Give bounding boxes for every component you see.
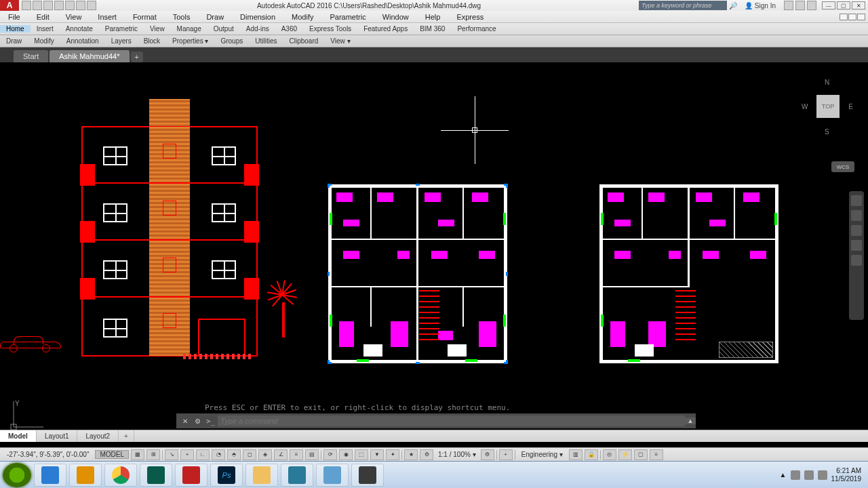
a360-icon[interactable] — [795, 1, 805, 10]
tab-a360[interactable]: A360 — [275, 25, 303, 33]
panel-modify[interactable]: Modify — [28, 37, 60, 45]
taskbar-app[interactable] — [351, 464, 384, 487]
tab-featured-apps[interactable]: Featured Apps — [357, 25, 414, 33]
tab-insert[interactable]: Insert — [31, 25, 60, 33]
qat-new-icon[interactable] — [22, 1, 31, 10]
menu-draw[interactable]: Draw — [198, 13, 232, 21]
lineweight-icon[interactable]: ≡ — [290, 449, 303, 460]
grid-toggle-icon[interactable]: ▦ — [131, 449, 144, 460]
taskbar-revit[interactable] — [281, 464, 313, 487]
tray-action-center-icon[interactable] — [791, 470, 800, 480]
new-tab-button[interactable]: + — [131, 52, 143, 62]
cmdline-close-icon[interactable]: ✕ — [180, 416, 190, 426]
menu-insert[interactable]: Insert — [90, 13, 125, 21]
annotation-scale[interactable]: 1:1 / 100% ▾ — [435, 451, 479, 458]
transparency-icon[interactable]: ▤ — [305, 449, 319, 460]
panel-layers[interactable]: Layers — [105, 37, 138, 45]
tab-active-doc[interactable]: Ashik Mahmud44* — [50, 50, 129, 62]
viewcube-north[interactable]: N — [825, 79, 829, 86]
tab-manage[interactable]: Manage — [171, 25, 208, 33]
doc-close-icon[interactable] — [857, 14, 865, 20]
taskbar-chrome[interactable] — [104, 464, 137, 487]
system-clock[interactable]: 6:21 AM 11/5/2019 — [831, 467, 862, 483]
taskbar-autocad[interactable] — [175, 464, 208, 487]
panel-draw[interactable]: Draw — [0, 37, 28, 45]
isodraft-icon[interactable]: ⬘ — [227, 449, 241, 460]
menu-format[interactable]: Format — [125, 13, 165, 21]
qat-save-icon[interactable] — [43, 1, 53, 10]
tray-show-hidden-icon[interactable]: ▲ — [780, 471, 787, 479]
signin-button[interactable]: 👤 Sign In — [739, 2, 781, 9]
tab-annotate[interactable]: Annotate — [60, 25, 99, 33]
qat-open-icon[interactable] — [33, 1, 42, 10]
maximize-button[interactable]: ▢ — [837, 1, 850, 9]
exchange-icon[interactable] — [784, 1, 793, 10]
dynamic-input-icon[interactable]: + — [180, 449, 194, 460]
annotation-visibility-icon[interactable]: ★ — [404, 449, 418, 460]
osnap-toggle-icon[interactable]: ◻ — [243, 449, 256, 460]
layout-2[interactable]: Layout2 — [77, 430, 119, 442]
hardware-accel-icon[interactable]: ⚡ — [618, 449, 632, 460]
selection-cycling-icon[interactable]: ⟳ — [323, 449, 337, 460]
tab-start[interactable]: Start — [14, 50, 48, 62]
command-input[interactable] — [218, 415, 685, 426]
panel-clipboard[interactable]: Clipboard — [283, 37, 324, 45]
doc-restore-icon[interactable] — [848, 14, 856, 20]
panel-groups[interactable]: Groups — [214, 37, 249, 45]
tab-express-tools[interactable]: Express Tools — [303, 25, 357, 33]
qat-print-icon[interactable] — [65, 1, 75, 10]
gizmo-icon[interactable]: ✦ — [386, 449, 399, 460]
menu-tools[interactable]: Tools — [165, 13, 199, 21]
layout-add-button[interactable]: + — [119, 430, 134, 442]
menu-express[interactable]: Express — [448, 13, 492, 21]
taskbar-photos[interactable] — [316, 464, 349, 487]
help-icon[interactable] — [807, 1, 816, 10]
nav-wheel-icon[interactable] — [851, 195, 862, 206]
panel-annotation[interactable]: Annotation — [60, 37, 105, 45]
taskbar-ie[interactable] — [34, 464, 66, 487]
lock-ui-icon[interactable]: 🔒 — [585, 449, 598, 460]
close-button[interactable]: ✕ — [852, 1, 865, 9]
tab-view[interactable]: View — [144, 25, 171, 33]
dynucs-icon[interactable]: ⬚ — [355, 449, 368, 460]
qat-undo-icon[interactable] — [76, 1, 85, 10]
viewcube-south[interactable]: S — [825, 128, 829, 136]
tab-parametric[interactable]: Parametric — [99, 25, 144, 33]
doc-minimize-icon[interactable] — [840, 14, 848, 20]
wcs-badge[interactable]: WCS — [831, 161, 854, 172]
viewcube-east[interactable]: E — [848, 103, 853, 110]
tray-volume-icon[interactable] — [818, 470, 827, 480]
customization-icon[interactable]: ≡ — [650, 449, 663, 460]
3dosnap-icon[interactable]: ◈ — [258, 449, 272, 460]
qat-saveas-icon[interactable] — [54, 1, 64, 10]
tab-bim360[interactable]: BIM 360 — [414, 25, 451, 33]
nav-zoom-icon[interactable] — [851, 225, 862, 236]
panel-utilities[interactable]: Utilities — [249, 37, 283, 45]
menu-modify[interactable]: Modify — [283, 13, 321, 21]
minimize-button[interactable]: — — [822, 1, 835, 9]
modelspace-toggle[interactable]: MODEL — [95, 450, 129, 459]
isolate-objects-icon[interactable]: ◎ — [603, 449, 616, 460]
viewcube[interactable]: N S W E TOP — [800, 76, 854, 137]
menu-dimension[interactable]: Dimension — [232, 13, 283, 21]
nav-orbit-icon[interactable] — [851, 240, 862, 251]
help-search[interactable]: Type a keyword or phrase — [639, 1, 727, 10]
start-button[interactable] — [3, 463, 31, 487]
menu-file[interactable]: File — [0, 13, 28, 21]
nav-showmotion-icon[interactable] — [851, 255, 862, 266]
tab-addins[interactable]: Add-ins — [240, 25, 275, 33]
tab-home[interactable]: Home — [0, 25, 31, 33]
taskbar-navisworks[interactable] — [140, 464, 172, 487]
viewcube-west[interactable]: W — [802, 103, 808, 110]
units-display[interactable]: Engineering ▾ — [517, 451, 567, 458]
tab-output[interactable]: Output — [208, 25, 240, 33]
polar-toggle-icon[interactable]: ◔ — [212, 449, 225, 460]
infer-constraints-icon[interactable]: ↘ — [165, 449, 178, 460]
coordinates-readout[interactable]: -27'-3.94", 9'-5.39", 0'-0.00" — [3, 451, 93, 458]
menu-help[interactable]: Help — [417, 13, 449, 21]
menu-window[interactable]: Window — [374, 13, 417, 21]
3d-osnap-icon[interactable]: ◉ — [339, 449, 353, 460]
floor-plan-2[interactable] — [599, 184, 778, 363]
workspace-switching-icon[interactable]: ⚙ — [481, 449, 494, 460]
viewcube-top[interactable]: TOP — [816, 95, 840, 118]
